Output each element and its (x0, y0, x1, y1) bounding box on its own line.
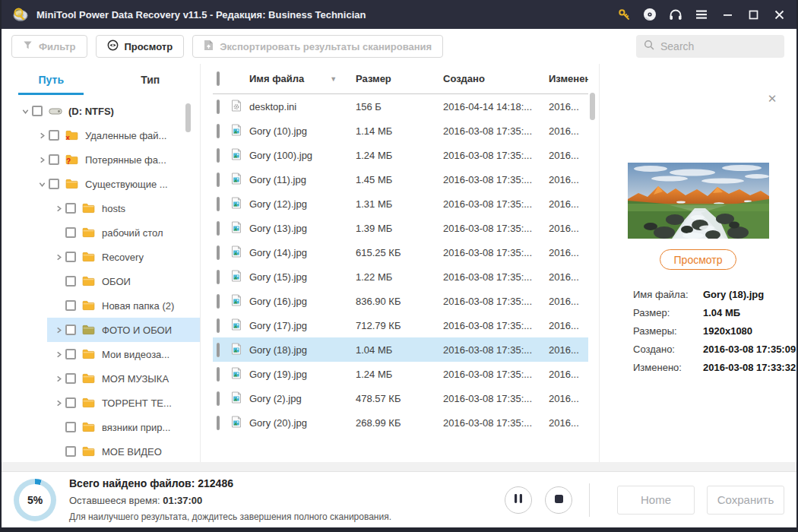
sort-desc-icon[interactable]: ▼ (330, 75, 337, 83)
chevron-right-icon[interactable] (52, 347, 65, 361)
tree-item-checkbox[interactable] (65, 422, 76, 432)
row-checkbox[interactable] (217, 343, 220, 357)
tree-item[interactable]: xУдаленные фай... (2, 123, 200, 147)
tree-item[interactable]: МОЯ МУЗЫКА (2, 366, 200, 391)
minimize-icon[interactable] (720, 8, 734, 21)
tree-item[interactable]: Мои видеоза... (2, 342, 200, 366)
tree-item-checkbox[interactable] (65, 325, 76, 335)
pause-button[interactable] (505, 486, 532, 514)
chevron-right-icon[interactable] (52, 250, 65, 264)
row-checkbox[interactable] (217, 367, 220, 382)
save-button[interactable]: Сохранить (707, 486, 784, 515)
tree-item[interactable]: Новая папка (2) (2, 293, 200, 318)
tree-item[interactable]: hosts (2, 196, 200, 220)
file-modified: 2016... (549, 369, 588, 380)
chevron-right-icon[interactable] (52, 323, 65, 337)
row-checkbox[interactable] (217, 221, 220, 236)
row-checkbox[interactable] (217, 124, 220, 138)
tree-item-checkbox[interactable] (65, 227, 76, 238)
table-row[interactable]: Gory (17).jpg712.79 КБ2016-03-08 17:35:.… (213, 313, 588, 337)
table-scrollbar[interactable] (590, 93, 595, 120)
table-row[interactable]: Gory (11).jpg1.45 МБ2016-03-08 17:35:...… (213, 167, 588, 192)
filter-button[interactable]: Фильтр (11, 35, 87, 58)
tree-item[interactable]: вязники прир... (2, 415, 200, 439)
chevron-right-icon[interactable] (52, 372, 65, 385)
tree-item[interactable]: Существующие ... (2, 172, 200, 196)
table-row[interactable]: desktop.ini156 Б2016-04-14 14:18:...2016… (213, 94, 588, 119)
tree-item-checkbox[interactable] (65, 446, 76, 457)
chevron-right-icon[interactable] (52, 201, 65, 215)
column-header-modified[interactable]: Изменено (549, 73, 588, 84)
tree-item-checkbox[interactable] (65, 397, 76, 408)
table-row[interactable]: Gory (10).jpg1.14 МБ2016-03-08 17:35:...… (213, 119, 588, 143)
tab-path[interactable]: Путь (2, 64, 101, 94)
tree-item[interactable]: рабочий стол (2, 220, 200, 245)
table-row[interactable]: Gory (16).jpg836.90 КБ2016-03-08 17:35:.… (213, 289, 588, 313)
tree-item-checkbox[interactable] (65, 276, 76, 287)
tree-item[interactable]: ?Потерянные фа... (2, 147, 200, 172)
row-checkbox[interactable] (217, 416, 220, 430)
row-checkbox[interactable] (217, 197, 220, 211)
table-row[interactable]: Gory (2).jpg478.57 КБ2016-03-08 17:35:..… (213, 386, 588, 410)
stop-button[interactable] (545, 486, 572, 514)
preview-button[interactable]: Просмотр (96, 35, 185, 58)
tree-scrollbar[interactable] (185, 103, 191, 132)
select-all-checkbox[interactable] (217, 71, 220, 86)
tree-item-checkbox[interactable] (65, 203, 76, 214)
maximize-icon[interactable] (746, 8, 760, 21)
tree-item-checkbox[interactable] (65, 373, 76, 384)
table-row[interactable]: Gory (13).jpg1.39 МБ2016-03-08 17:35:...… (213, 216, 588, 240)
tab-type[interactable]: Тип (101, 64, 201, 94)
table-row[interactable]: Gory (19).jpg1.24 МБ2016-03-08 17:35:...… (213, 362, 588, 386)
table-row[interactable]: Gory (18).jpg1.04 МБ2016-03-08 17:35:...… (213, 337, 588, 362)
row-checkbox[interactable] (217, 245, 220, 260)
chevron-down-icon[interactable] (35, 177, 49, 191)
tree-item-checkbox[interactable] (49, 179, 59, 189)
search-box[interactable] (636, 35, 784, 58)
disc-icon[interactable] (643, 8, 657, 21)
table-row[interactable]: Gory (20).jpg268.99 КБ2016-03-08 17:35:.… (213, 410, 588, 435)
row-checkbox[interactable] (217, 391, 220, 406)
tree-item-checkbox[interactable] (65, 252, 76, 262)
file-modified: 2016... (549, 174, 588, 185)
tree-item-checkbox[interactable] (32, 106, 43, 116)
row-checkbox[interactable] (217, 148, 220, 163)
chevron-right-icon[interactable] (35, 153, 49, 166)
export-button[interactable]: Экспортировать результаты сканирования (192, 35, 443, 58)
column-header-name[interactable]: Имя файла (249, 73, 304, 84)
key-icon[interactable] (617, 8, 631, 21)
column-header-created[interactable]: Создано (443, 73, 549, 84)
chevron-right-icon[interactable] (35, 128, 49, 142)
row-checkbox[interactable] (217, 100, 220, 114)
chevron-down-icon[interactable] (18, 104, 32, 118)
tree-item[interactable]: (D: NTFS) (2, 99, 200, 123)
home-button[interactable]: Home (617, 486, 695, 515)
tree-item[interactable]: Recovery (2, 245, 200, 269)
tree-item-checkbox[interactable] (49, 130, 59, 141)
tree-item[interactable]: ФОТО И ОБОИ (2, 318, 200, 342)
menu-icon[interactable] (695, 8, 708, 21)
table-row[interactable]: Gory (12).jpg1.31 МБ2016-03-08 17:35:...… (213, 192, 588, 216)
tree-item[interactable]: ТОРРЕНТ ТЕ... (2, 391, 200, 415)
headphones-icon[interactable] (669, 8, 682, 21)
chevron-right-icon[interactable] (52, 396, 65, 410)
horizontal-scrollbar[interactable] (2, 462, 796, 471)
close-icon[interactable] (772, 8, 786, 21)
detail-label: Изменено: (633, 362, 703, 373)
tree-item[interactable]: МОЕ ВИДЕО (2, 439, 200, 462)
tree-item-checkbox[interactable] (65, 349, 76, 359)
preview-open-button[interactable]: Просмотр (660, 249, 737, 270)
table-row[interactable]: Gory (15).jpg1.22 МБ2016-03-08 17:35:...… (213, 264, 588, 289)
tree-item-checkbox[interactable] (65, 300, 76, 311)
table-row[interactable]: Gory (100).jpg1.24 МБ2016-03-08 17:35:..… (213, 143, 588, 167)
tree-item[interactable]: ОБОИ (2, 269, 200, 293)
row-checkbox[interactable] (217, 173, 220, 187)
row-checkbox[interactable] (217, 294, 220, 309)
table-row[interactable]: Gory (14).jpg615.25 КБ2016-03-08 17:35:.… (213, 240, 588, 264)
preview-close-icon[interactable]: ✕ (766, 93, 778, 105)
column-header-size[interactable]: Размер (356, 73, 443, 84)
search-input[interactable] (660, 40, 767, 52)
row-checkbox[interactable] (217, 318, 220, 333)
row-checkbox[interactable] (217, 270, 220, 284)
tree-item-checkbox[interactable] (49, 154, 59, 165)
